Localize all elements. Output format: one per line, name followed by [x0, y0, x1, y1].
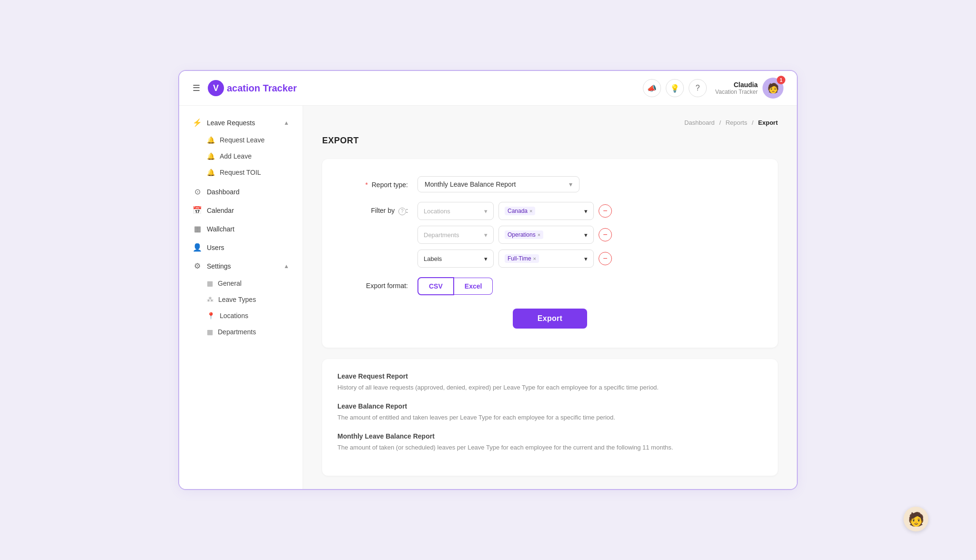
dashboard-label: Dashboard — [207, 188, 240, 196]
export-format-buttons: CSV Excel — [417, 277, 759, 295]
user-info: Claudia Vacation Tracker 🧑 1 — [715, 78, 783, 99]
filter-type-departments[interactable]: Departments ▾ — [417, 226, 494, 244]
sidebar-item-request-toil[interactable]: 🔔 Request TOIL — [183, 164, 299, 180]
users-icon: 👤 — [193, 243, 202, 252]
filter-value-ft-chevron-icon: ▾ — [584, 255, 588, 262]
filter-value-fulltime[interactable]: Full-Time × ▾ — [498, 250, 594, 268]
page-title: EXPORT — [322, 136, 778, 146]
filter-row-2: Departments ▾ Operations × ▾ — [417, 226, 759, 244]
remove-filter-2-button[interactable]: − — [599, 228, 612, 241]
settings-icon: ⚙ — [193, 261, 202, 270]
sidebar-item-users[interactable]: 👤 Users — [183, 238, 299, 257]
sidebar-item-leave-types[interactable]: ⁂ Leave Types — [183, 291, 299, 308]
filter-type-locations[interactable]: Locations ▾ — [417, 202, 494, 220]
general-icon: ▦ — [207, 280, 213, 287]
request-leave-label: Request Leave — [220, 136, 264, 144]
help-button[interactable]: ? — [689, 79, 707, 97]
filter-help-icon[interactable]: ? — [398, 208, 406, 215]
sidebar: ⚡ Leave Requests ▲ 🔔 Request Leave 🔔 Add… — [179, 106, 303, 489]
locations-icon: 📍 — [207, 312, 215, 320]
app-container: ☰ V acation Tracker 📣 💡 ? Claudia Vacati… — [178, 70, 798, 490]
csv-format-button[interactable]: CSV — [417, 277, 454, 295]
megaphone-button[interactable]: 📣 — [643, 79, 661, 97]
fulltime-remove-icon[interactable]: × — [533, 256, 536, 261]
sidebar-item-calendar[interactable]: 📅 Calendar — [183, 201, 299, 220]
report-type-select[interactable]: Monthly Leave Balance Report ▾ — [417, 176, 580, 192]
sidebar-item-dashboard[interactable]: ⊙ Dashboard — [183, 182, 299, 201]
info-block-leave-request: Leave Request Report History of all leav… — [337, 372, 762, 393]
operations-tag: Operations × — [505, 230, 543, 239]
main-layout: ⚡ Leave Requests ▲ 🔔 Request Leave 🔔 Add… — [179, 106, 797, 489]
dashboard-icon: ⊙ — [193, 187, 202, 196]
calendar-icon: 📅 — [193, 206, 202, 215]
operations-remove-icon[interactable]: × — [538, 232, 540, 238]
filter-by-label: Filter by ?: — [341, 202, 417, 215]
report-type-content: Monthly Leave Balance Report ▾ — [417, 176, 759, 192]
header-left: ☰ V acation Tracker — [193, 80, 297, 96]
filter-type-dept-chevron-icon: ▾ — [484, 231, 488, 239]
filter-type-chevron-icon: ▾ — [484, 208, 488, 215]
info-desc-monthly: The amount of taken (or scheduled) leave… — [337, 443, 762, 453]
sidebar-leave-requests-label: Leave Requests — [207, 119, 255, 127]
request-leave-icon: 🔔 — [207, 136, 215, 144]
notification-badge: 1 — [777, 76, 785, 84]
info-title-monthly: Monthly Leave Balance Report — [337, 432, 762, 440]
filter-value-ops-chevron-icon: ▾ — [584, 231, 588, 239]
breadcrumb-dashboard[interactable]: Dashboard — [684, 119, 715, 126]
filter-type-labels-label: Labels — [424, 255, 442, 262]
general-label: General — [218, 280, 242, 287]
user-text: Claudia Vacation Tracker — [715, 81, 758, 95]
sidebar-item-add-leave[interactable]: 🔔 Add Leave — [183, 148, 299, 164]
filter-value-canada[interactable]: Canada × ▾ — [498, 202, 594, 220]
export-format-row: Export format: CSV Excel — [341, 277, 759, 295]
sidebar-item-wallchart[interactable]: ▦ Wallchart — [183, 220, 299, 238]
filter-type-departments-label: Departments — [424, 231, 459, 239]
excel-format-button[interactable]: Excel — [454, 278, 493, 295]
report-type-row: * Report type: Monthly Leave Balance Rep… — [341, 176, 759, 192]
remove-filter-3-button[interactable]: − — [599, 252, 612, 265]
sidebar-item-departments[interactable]: ▦ Departments — [183, 324, 299, 340]
filter-type-labels[interactable]: Labels ▾ — [417, 250, 494, 268]
sidebar-item-leave-requests[interactable]: ⚡ Leave Requests ▲ — [183, 113, 299, 132]
sidebar-item-settings[interactable]: ⚙ Settings ▲ — [183, 257, 299, 275]
sidebar-item-locations[interactable]: 📍 Locations — [183, 308, 299, 324]
info-title-leave-balance: Leave Balance Report — [337, 402, 762, 410]
filter-value-chevron-icon: ▾ — [584, 208, 588, 215]
filter-rows: Locations ▾ Canada × ▾ — [417, 202, 759, 268]
app-title: acation Tracker — [227, 83, 297, 94]
leave-types-label: Leave Types — [218, 296, 256, 303]
fulltime-tag: Full-Time × — [505, 254, 539, 263]
leave-requests-chevron: ▲ — [284, 120, 289, 126]
required-star: * — [365, 181, 367, 189]
header-right: 📣 💡 ? Claudia Vacation Tracker 🧑 1 — [643, 78, 783, 99]
add-leave-label: Add Leave — [220, 152, 252, 160]
departments-icon: ▦ — [207, 328, 213, 336]
locations-label: Locations — [220, 312, 248, 320]
info-block-monthly: Monthly Leave Balance Report The amount … — [337, 432, 762, 453]
info-section: Leave Request Report History of all leav… — [322, 359, 778, 475]
sidebar-section-settings: ⚙ Settings ▲ ▦ General ⁂ Leave Types 📍 L… — [179, 257, 303, 340]
sidebar-item-general[interactable]: ▦ General — [183, 275, 299, 291]
filter-by-content: Locations ▾ Canada × ▾ — [417, 202, 759, 268]
report-type-label: * Report type: — [341, 176, 417, 189]
menu-icon[interactable]: ☰ — [193, 83, 200, 93]
chat-bubble[interactable]: 🧑 — [904, 507, 928, 531]
export-form-card: * Report type: Monthly Leave Balance Rep… — [322, 159, 778, 348]
settings-label: Settings — [207, 262, 231, 270]
info-title-leave-request: Leave Request Report — [337, 372, 762, 380]
breadcrumb-reports[interactable]: Reports — [725, 119, 747, 126]
user-name: Claudia — [715, 81, 758, 89]
settings-chevron: ▲ — [284, 263, 289, 270]
filter-value-operations[interactable]: Operations × ▾ — [498, 226, 594, 244]
bulb-button[interactable]: 💡 — [666, 79, 684, 97]
header: ☰ V acation Tracker 📣 💡 ? Claudia Vacati… — [179, 71, 797, 106]
remove-filter-1-button[interactable]: − — [599, 204, 612, 218]
breadcrumb-export: Export — [758, 119, 778, 126]
canada-remove-icon[interactable]: × — [529, 208, 532, 214]
filter-type-locations-label: Locations — [424, 208, 450, 215]
leave-types-icon: ⁂ — [207, 296, 214, 303]
avatar-wrap: 🧑 1 — [762, 78, 783, 99]
calendar-label: Calendar — [207, 207, 234, 214]
sidebar-item-request-leave[interactable]: 🔔 Request Leave — [183, 132, 299, 148]
export-button[interactable]: Export — [513, 309, 587, 329]
